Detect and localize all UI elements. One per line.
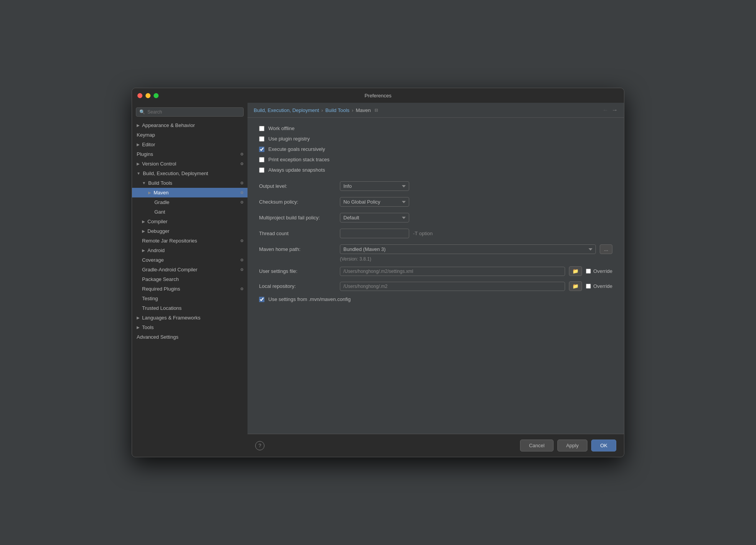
sidebar-item-label: Build Tools xyxy=(148,180,172,186)
sidebar-item-debugger[interactable]: ▶ Debugger xyxy=(132,226,248,236)
preferences-window: Preferences 🔍 ▶ Appearance & Behavior Ke… xyxy=(132,88,624,457)
multiproject-policy-row: Multiproject build fail policy: Default … xyxy=(259,213,612,222)
sidebar-item-label: Package Search xyxy=(142,276,179,282)
sidebar-item-label: Gant xyxy=(154,209,165,215)
sidebar-item-gradle[interactable]: Gradle ⚙ xyxy=(132,197,248,207)
print-exception-checkbox[interactable] xyxy=(259,157,264,162)
work-offline-row: Work offline xyxy=(259,125,612,131)
user-settings-override-label: Override xyxy=(593,268,612,274)
sidebar-item-build-tools[interactable]: ▼ Build Tools ⚙ xyxy=(132,178,248,188)
expand-icon: ▶ xyxy=(137,123,140,127)
always-update-checkbox[interactable] xyxy=(259,167,264,173)
user-settings-override-checkbox[interactable] xyxy=(586,269,591,274)
maximize-button[interactable] xyxy=(154,93,159,98)
sidebar-item-trusted-locations[interactable]: Trusted Locations xyxy=(132,303,248,313)
expand-icon: ▼ xyxy=(137,171,140,176)
sidebar-item-label: Tools xyxy=(142,324,154,330)
user-settings-override: Override xyxy=(586,268,612,274)
sidebar-item-appearance[interactable]: ▶ Appearance & Behavior xyxy=(132,120,248,130)
sidebar-item-plugins[interactable]: Plugins ⚙ xyxy=(132,149,248,159)
checksum-policy-label: Checksum policy: xyxy=(259,199,336,205)
thread-count-input[interactable] xyxy=(340,229,409,238)
minimize-button[interactable] xyxy=(146,93,151,98)
thread-count-row: Thread count -T option xyxy=(259,229,612,238)
close-button[interactable] xyxy=(137,93,142,98)
help-button[interactable]: ? xyxy=(255,441,264,450)
use-plugin-registry-label: Use plugin registry xyxy=(268,136,310,142)
use-plugin-registry-checkbox[interactable] xyxy=(259,136,264,142)
work-offline-checkbox[interactable] xyxy=(259,126,264,131)
sidebar-item-maven[interactable]: ▶ Maven ⚙ xyxy=(132,188,248,197)
settings-icon: ⚙ xyxy=(240,287,244,291)
expand-icon: ▶ xyxy=(137,316,140,320)
user-settings-browse-button[interactable]: 📁 xyxy=(569,266,582,276)
maven-browse-button[interactable]: ... xyxy=(600,244,612,254)
sidebar-item-build-execution[interactable]: ▼ Build, Execution, Deployment xyxy=(132,169,248,178)
sidebar-item-label: Plugins xyxy=(137,151,153,157)
breadcrumb-build[interactable]: Build, Execution, Deployment xyxy=(254,107,319,113)
sidebar-item-label: Coverage xyxy=(142,257,164,263)
settings-icon: ⚙ xyxy=(240,152,244,156)
sidebar-item-gradle-android[interactable]: Gradle-Android Compiler ⚙ xyxy=(132,265,248,274)
sidebar-item-compiler[interactable]: ▶ Compiler xyxy=(132,217,248,226)
expand-icon: ▶ xyxy=(148,191,151,195)
main-panel: Build, Execution, Deployment › Build Too… xyxy=(248,103,624,457)
sidebar-item-package-search[interactable]: Package Search xyxy=(132,274,248,284)
sidebar-item-editor[interactable]: ▶ Editor xyxy=(132,140,248,149)
expand-icon: ▶ xyxy=(142,219,145,224)
expand-icon: ▶ xyxy=(137,325,140,329)
breadcrumb-build-tools[interactable]: Build Tools xyxy=(325,107,350,113)
sidebar-item-remote-jar[interactable]: Remote Jar Repositories ⚙ xyxy=(132,236,248,246)
output-level-select[interactable]: Info Debug Warning Error xyxy=(340,181,409,191)
sidebar-item-required-plugins[interactable]: Required Plugins ⚙ xyxy=(132,284,248,294)
sidebar-item-tools[interactable]: ▶ Tools xyxy=(132,323,248,332)
checksum-policy-select[interactable]: No Global Policy Ignore Warn Fail xyxy=(340,197,409,207)
sidebar-item-version-control[interactable]: ▶ Version Control ⚙ xyxy=(132,159,248,169)
sidebar-item-label: Remote Jar Repositories xyxy=(142,238,197,244)
apply-button[interactable]: Apply xyxy=(557,440,588,451)
footer: ? Cancel Apply OK xyxy=(248,434,624,457)
execute-goals-checkbox[interactable] xyxy=(259,147,264,152)
maven-home-select[interactable]: Bundled (Maven 3) xyxy=(340,244,596,254)
user-settings-row: User settings file: 📁 Override xyxy=(259,266,612,276)
user-settings-input[interactable] xyxy=(340,267,565,276)
ok-button[interactable]: OK xyxy=(591,440,616,451)
sidebar-item-label: Advanced Settings xyxy=(137,334,178,340)
back-arrow[interactable]: ← xyxy=(602,107,609,114)
search-input[interactable] xyxy=(147,109,240,115)
window-title: Preferences xyxy=(365,93,391,99)
bookmark-icon: ⊟ xyxy=(375,108,378,113)
sidebar-item-label: Compiler xyxy=(147,219,167,224)
maven-home-row: Maven home path: Bundled (Maven 3) ... xyxy=(259,244,612,254)
search-box[interactable]: 🔍 xyxy=(136,107,244,117)
multiproject-policy-select[interactable]: Default Fail At End Fail Fast Never Fail xyxy=(340,213,409,222)
local-repository-browse-button[interactable]: 📁 xyxy=(569,281,582,291)
local-repository-row: Local repository: 📁 Override xyxy=(259,281,612,291)
local-repository-input[interactable] xyxy=(340,282,565,291)
sidebar-item-languages[interactable]: ▶ Languages & Frameworks xyxy=(132,313,248,323)
sidebar-item-label: Keymap xyxy=(137,132,155,138)
sidebar-item-gant[interactable]: Gant xyxy=(132,207,248,217)
sidebar-item-label: Gradle-Android Compiler xyxy=(142,267,197,272)
expand-icon: ▶ xyxy=(137,142,140,147)
sidebar-item-advanced-settings[interactable]: Advanced Settings xyxy=(132,332,248,342)
cancel-button[interactable]: Cancel xyxy=(520,440,553,451)
sidebar-item-keymap[interactable]: Keymap xyxy=(132,130,248,140)
print-exception-label: Print exception stack traces xyxy=(268,157,329,162)
local-repository-override-checkbox[interactable] xyxy=(586,284,591,289)
use-settings-checkbox[interactable] xyxy=(259,297,264,302)
sidebar-item-testing[interactable]: Testing xyxy=(132,294,248,303)
sidebar-item-label: Gradle xyxy=(154,199,169,205)
breadcrumb-sep-1: › xyxy=(321,107,323,113)
forward-arrow[interactable]: → xyxy=(612,107,618,114)
sidebar-item-label: Editor xyxy=(142,142,155,147)
sidebar: 🔍 ▶ Appearance & Behavior Keymap ▶ Edito… xyxy=(132,103,248,457)
sidebar-item-label: Trusted Locations xyxy=(142,305,182,311)
sidebar-item-label: Testing xyxy=(142,296,158,301)
sidebar-item-android[interactable]: ▶ Android xyxy=(132,246,248,255)
titlebar: Preferences xyxy=(132,88,624,103)
work-offline-label: Work offline xyxy=(268,125,294,131)
always-update-row: Always update snapshots xyxy=(259,167,612,173)
t-option-label: -T option xyxy=(413,231,433,236)
sidebar-item-coverage[interactable]: Coverage ⚙ xyxy=(132,255,248,265)
